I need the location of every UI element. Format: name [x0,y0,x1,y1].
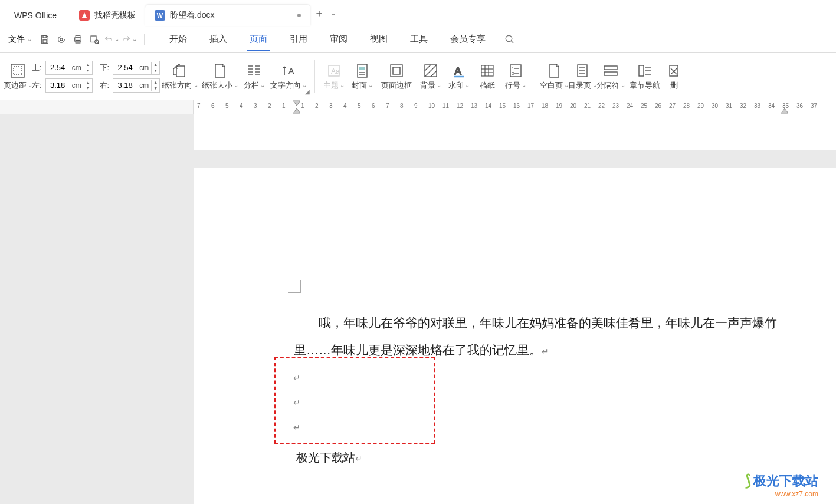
spin-down[interactable]: ▼ [152,85,159,91]
watermark-button[interactable]: A 水印⌄ [445,57,473,96]
spin-up[interactable]: ▲ [152,80,159,85]
svg-rect-49 [604,66,617,70]
tab-references[interactable]: 引用 [287,28,310,51]
spin-up[interactable]: ▲ [84,62,92,68]
hanging-indent-marker[interactable] [293,108,301,114]
caption-text[interactable]: 极光下载站↵ [296,450,362,466]
orientation-button[interactable]: 纸张方向⌄ [160,57,200,96]
spin-down[interactable]: ▼ [84,68,92,74]
page[interactable]: 哦，年味儿在爷爷的对联里，年味儿在妈妈准备的美味佳肴里，年味儿在一声声爆竹里……… [194,168,836,504]
tab-wps-home[interactable]: WPS Office [5,5,70,26]
line-number-icon: 12 [507,62,524,79]
margin-right-value[interactable] [113,79,137,92]
margins-button[interactable]: 页边距⌄ [4,57,32,96]
horizontal-ruler[interactable]: 7654321123456789101112131415161718192021… [194,100,836,114]
spin-down[interactable]: ▼ [152,68,159,74]
svg-text:2: 2 [512,71,514,76]
margin-bottom-input[interactable]: cm ▲▼ [113,61,160,75]
margin-top-value[interactable] [46,61,70,74]
theme-label: 主题 [323,80,339,91]
document-area[interactable]: 哦，年味儿在爷爷的对联里，年味儿在妈妈准备的美味佳肴里，年味儿在一声声爆竹里……… [0,114,836,504]
search-button[interactable] [503,32,517,47]
writing-paper-button[interactable]: 稿纸 [473,57,501,96]
columns-button[interactable]: 分栏⌄ [240,57,268,96]
margin-top-label: 上: [32,62,42,73]
delete-icon [665,62,682,79]
text-direction-label: 文字方向 [270,80,301,91]
writing-paper-label: 稿纸 [480,80,495,91]
paper-size-button[interactable]: 纸张大小⌄ [200,57,240,96]
print-preview-button[interactable] [87,32,101,47]
tab-view[interactable]: 视图 [368,28,390,51]
svg-rect-10 [14,67,22,75]
page-border-button[interactable]: 页面边框 [376,57,417,96]
paragraph-mark: ↵ [542,347,549,356]
tab-member[interactable]: 会员专享 [448,28,488,51]
line-number-button[interactable]: 12 行号⌄ [501,57,530,96]
document-content[interactable]: 哦，年味儿在爷爷的对联里，年味儿在妈妈准备的美味佳肴里，年味儿在一声声爆竹里……… [294,309,783,364]
theme-icon: Aa [326,62,342,79]
background-label: 背景 [420,80,435,91]
page-previous-bottom [194,114,836,150]
theme-button[interactable]: Aa 主题⌄ [320,57,348,96]
separator [144,34,145,45]
columns-label: 分栏 [244,80,259,91]
redo-button[interactable]: ⌄ [122,35,137,44]
toc-page-button[interactable]: 目录页⌄ [568,57,596,96]
unsaved-indicator [297,14,301,17]
svg-rect-4 [76,35,80,38]
undo-button[interactable]: ⌄ [104,35,119,44]
tab-page[interactable]: 页面 [247,28,270,51]
tab-templates[interactable]: 找稻壳模板 [70,5,145,26]
template-icon [79,10,90,21]
page-gap [194,150,836,168]
sync-button[interactable] [54,32,68,47]
text-direction-button[interactable]: A 文字方向⌄ [268,57,309,96]
orientation-label: 纸张方向 [162,80,192,91]
print-button[interactable] [71,32,85,47]
tab-insert[interactable]: 插入 [207,28,230,51]
margin-top-input[interactable]: cm ▲▼ [45,61,93,75]
spin-up[interactable]: ▲ [152,62,159,68]
file-menu[interactable]: 文件 ⌄ [5,31,35,48]
tab-start[interactable]: 开始 [167,28,189,51]
margin-left-value[interactable] [46,79,70,92]
save-button[interactable] [38,32,52,47]
svg-marker-60 [781,108,788,113]
margin-left-label: 左: [32,80,42,91]
spin-up[interactable]: ▲ [84,80,92,85]
ruler-corner [0,100,194,114]
paragraph-mark: ↵ [293,391,416,416]
svg-point-7 [95,39,99,43]
unit-label: cm [137,81,151,90]
word-doc-icon: W [155,10,165,21]
background-button[interactable]: 背景⌄ [417,57,445,96]
dialog-launcher[interactable]: ◢ [305,88,310,95]
svg-rect-27 [391,65,402,77]
tab-document[interactable]: W 盼望着.docx [145,5,310,26]
margin-bottom-value[interactable] [113,61,137,74]
tab-list-dropdown[interactable]: ⌄ [330,9,336,17]
chevron-down-icon[interactable]: ⌄ [114,36,119,42]
new-tab-button[interactable]: ＋ [310,6,328,20]
svg-marker-58 [293,101,300,106]
watermark-logo: ⟆极光下载站 www.xz7.com [745,472,818,498]
tab-tools[interactable]: 工具 [408,28,430,51]
margin-left-input[interactable]: cm ▲▼ [45,78,93,93]
blank-page-icon [546,62,562,79]
cover-button[interactable]: 封面⌄ [348,57,376,96]
delete-button[interactable]: 删 [665,57,683,96]
breaks-button[interactable]: 分隔符⌄ [596,57,625,96]
margin-right-input[interactable]: cm ▲▼ [113,78,160,93]
spin-down[interactable]: ▼ [84,85,92,91]
blank-page-button[interactable]: 空白页⌄ [540,57,568,96]
svg-rect-1 [43,39,47,42]
paragraph-mark: ↵ [293,366,416,391]
chevron-down-icon: ⌄ [27,36,32,42]
chevron-down-icon[interactable]: ⌄ [132,36,137,42]
text-box[interactable]: ↵ ↵ ↵ [274,357,435,444]
separator [535,60,535,93]
first-line-indent-marker[interactable] [293,100,301,106]
chapter-nav-button[interactable]: 章节导航 [625,57,665,96]
tab-review[interactable]: 审阅 [327,28,350,51]
